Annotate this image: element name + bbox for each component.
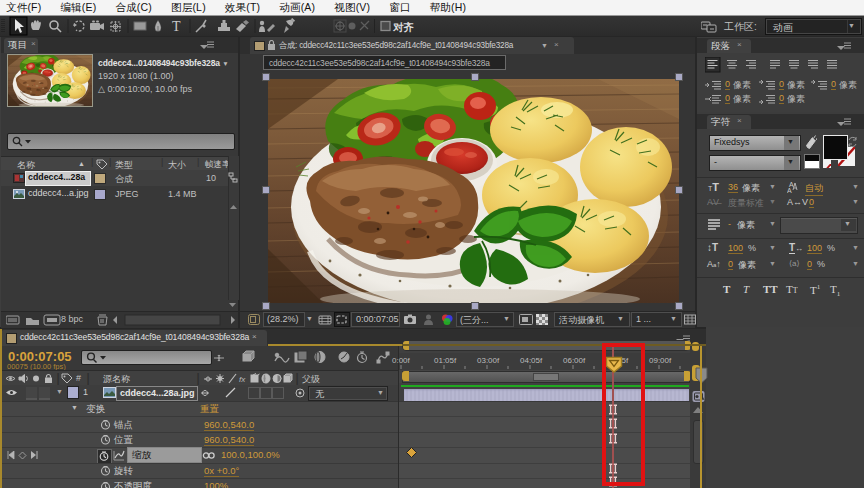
svg-text:A: A <box>787 187 792 193</box>
svg-text:T: T <box>172 19 181 34</box>
svg-text:对齐: 对齐 <box>392 21 415 33</box>
svg-text:fx: fx <box>239 375 246 384</box>
